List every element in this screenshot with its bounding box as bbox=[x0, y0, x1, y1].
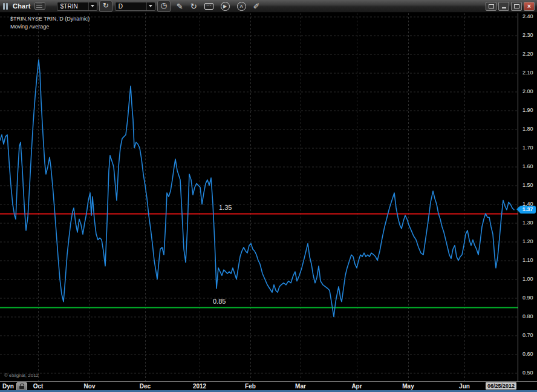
chevron-down-icon[interactable] bbox=[146, 2, 155, 10]
hline-label-lower: 0.85 bbox=[213, 298, 226, 305]
y-axis-label: 1.00 bbox=[522, 276, 533, 282]
price-chart-plot[interactable] bbox=[0, 0, 537, 392]
window-title: Chart bbox=[13, 2, 31, 10]
last-date-label: 06/25/2012 bbox=[486, 382, 516, 390]
refresh-symbol-button[interactable]: ↻ bbox=[99, 1, 112, 12]
interval-combobox[interactable]: D bbox=[115, 2, 155, 11]
x-axis-label: May bbox=[402, 383, 414, 390]
x-axis-label: Nov bbox=[84, 383, 96, 390]
quote-note-icon[interactable]: ⋯ bbox=[204, 3, 213, 10]
play-icon[interactable]: ▶ bbox=[221, 2, 230, 11]
y-axis-label: 2.40 bbox=[522, 13, 533, 19]
chart-window: Chart $TRIN ↻ D ◷ ✎ ↻ ⋯ ▶ A ✐ × bbox=[0, 0, 537, 392]
close-button[interactable]: × bbox=[524, 2, 535, 11]
toolbar: Chart $TRIN ↻ D ◷ ✎ ↻ ⋯ ▶ A ✐ × bbox=[0, 0, 537, 13]
refresh-icon: ↻ bbox=[103, 1, 109, 10]
y-axis-label: 2.00 bbox=[522, 88, 533, 94]
y-axis-label: 1.80 bbox=[522, 126, 533, 132]
chart-title-symbol: $TRIN,NYSE TRIN, D (Dynamic) bbox=[10, 15, 90, 23]
time-interval-button[interactable]: ◷ bbox=[157, 1, 171, 12]
marker-icon[interactable]: ✐ bbox=[253, 1, 260, 11]
y-axis-label: 0.70 bbox=[522, 332, 533, 338]
symbol-combobox[interactable]: $TRIN bbox=[57, 2, 97, 11]
dyn-label: Dyn bbox=[2, 383, 14, 390]
chart-title-study: Moving Average bbox=[10, 23, 90, 31]
tool-buttons: ✎ ↻ ⋯ ▶ A ✐ bbox=[177, 1, 260, 11]
x-axis-label: Mar bbox=[295, 383, 306, 390]
chart-badge-icon bbox=[34, 2, 45, 10]
x-axis-label: Apr bbox=[351, 383, 362, 390]
y-axis-label: 1.20 bbox=[522, 238, 533, 244]
y-axis-label: 2.20 bbox=[522, 51, 533, 57]
y-axis-label: 1.50 bbox=[522, 182, 533, 188]
window-icon bbox=[3, 3, 9, 10]
minimize-icon bbox=[502, 7, 506, 8]
x-axis-label: Oct bbox=[33, 383, 44, 390]
y-axis-label: 0.50 bbox=[522, 370, 533, 376]
y-axis-label: 0.90 bbox=[522, 295, 533, 301]
window-buttons: × bbox=[486, 2, 535, 11]
clock-icon: ◷ bbox=[160, 1, 166, 10]
y-axis-label: 0.60 bbox=[522, 351, 533, 357]
x-axis-label: 2012 bbox=[193, 383, 206, 390]
chevron-down-icon[interactable] bbox=[88, 2, 97, 10]
pencil-icon[interactable]: ✎ bbox=[177, 1, 183, 11]
y-axis-label: 1.70 bbox=[522, 145, 533, 151]
maximize-button[interactable] bbox=[511, 2, 522, 11]
copyright-text: © eSignal, 2012 bbox=[4, 373, 39, 378]
analysis-icon[interactable]: A bbox=[237, 2, 246, 11]
y-axis-label: 2.10 bbox=[522, 70, 533, 76]
reload-icon[interactable]: ↻ bbox=[190, 1, 197, 11]
y-axis-label: 1.10 bbox=[522, 257, 533, 263]
y-axis-label: 1.60 bbox=[522, 163, 533, 169]
restore-icon bbox=[489, 4, 494, 8]
y-axis-label: 0.80 bbox=[522, 313, 533, 319]
y-axis-label: 2.30 bbox=[522, 32, 533, 38]
y-axis-label: 1.90 bbox=[522, 107, 533, 113]
lock-button[interactable] bbox=[16, 382, 27, 391]
x-axis-label: Jun bbox=[459, 383, 470, 390]
interval-value: D bbox=[119, 3, 123, 10]
chart-legend: $TRIN,NYSE TRIN, D (Dynamic) Moving Aver… bbox=[10, 15, 90, 31]
symbol-value: $TRIN bbox=[60, 3, 78, 10]
y-axis-label: 1.30 bbox=[522, 220, 533, 226]
restore-button[interactable] bbox=[486, 2, 496, 11]
x-axis-label: Feb bbox=[245, 383, 256, 390]
x-axis[interactable]: Dyn 06/25/2012 OctNovDec2012FebMarAprMay… bbox=[0, 382, 537, 390]
maximize-icon bbox=[514, 4, 519, 8]
minimize-button[interactable] bbox=[498, 2, 509, 11]
last-price-tag: 1.37 bbox=[519, 206, 536, 214]
y-axis[interactable]: 2.402.302.202.102.001.901.801.701.601.50… bbox=[518, 13, 537, 381]
x-axis-label: Dec bbox=[140, 383, 151, 390]
hline-label-upper: 1.35 bbox=[219, 204, 232, 211]
